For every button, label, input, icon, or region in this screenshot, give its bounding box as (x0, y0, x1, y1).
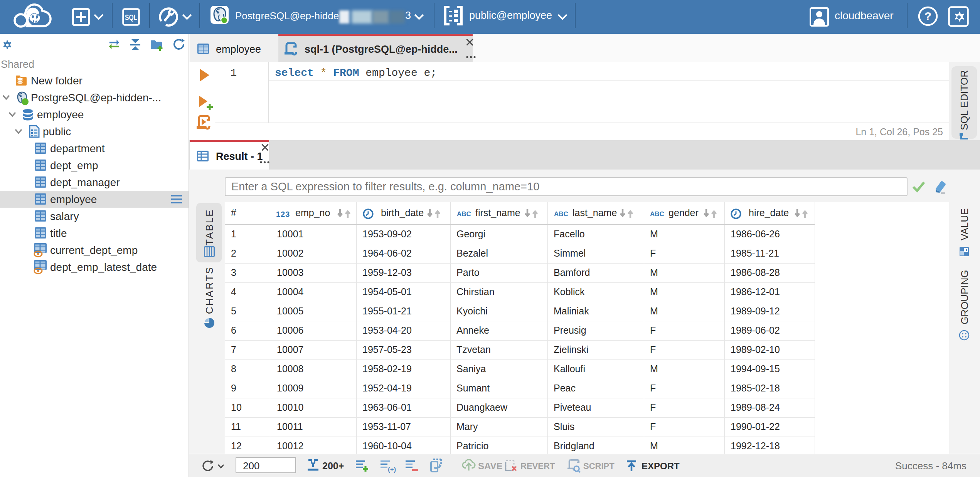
svg-text:(+): (+) (388, 466, 396, 473)
svg-text:SQL: SQL (125, 13, 137, 22)
svg-text:?: ? (924, 10, 931, 22)
